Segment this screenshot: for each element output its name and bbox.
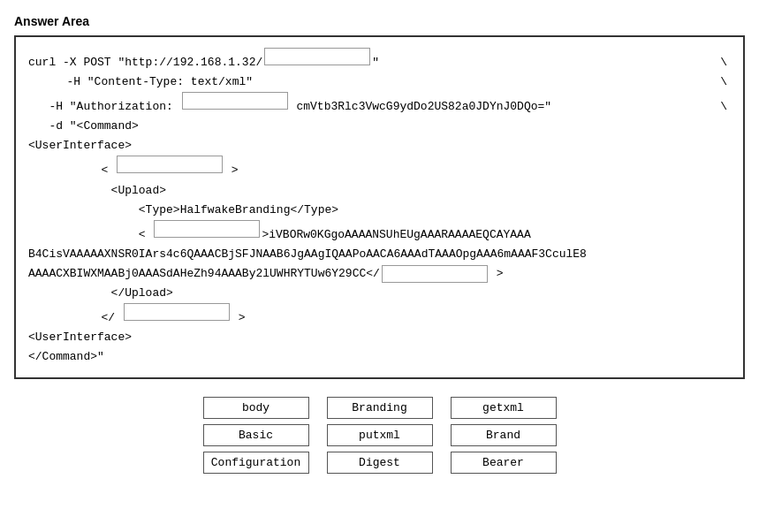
btn-basic[interactable]: Basic [203, 424, 309, 446]
code-line-7: <Upload> [28, 181, 731, 201]
code-line-6: < > [28, 156, 731, 180]
code-text: </ [28, 308, 122, 328]
btn-digest[interactable]: Digest [327, 452, 433, 474]
code-line-8: <Type>HalfwakeBranding</Type> [28, 201, 731, 220]
code-text: curl -X POST "http://192.168.1.32/ [28, 53, 262, 72]
btn-putxml[interactable]: putxml [327, 424, 433, 446]
code-text: <Type>HalfwakeBranding</Type> [28, 201, 338, 220]
button-row-1: body Branding getxml [203, 397, 557, 419]
code-line-5: <UserInterface> [28, 136, 731, 156]
code-line-11: AAAACXBIWXMAABj0AAASdAHeZh94AAABy2lUWHRY… [28, 264, 731, 284]
code-text: > [490, 264, 504, 284]
btn-brand[interactable]: Brand [451, 424, 557, 446]
code-text: >iVBORw0KGgoAAAANSUhEUgAAARAAAAEQCAYAAA [262, 225, 530, 245]
fill-box-2[interactable] [182, 92, 288, 110]
button-row-2: Basic putxml Brand [203, 424, 557, 446]
code-line-1: curl -X POST "http://192.168.1.32/ " \ [28, 48, 731, 72]
code-text: </Command>" [28, 347, 104, 367]
button-row-3: Configuration Digest Bearer [203, 452, 557, 474]
code-text: -H "Content-Type: text/xml" [28, 72, 253, 92]
fill-box-5[interactable] [382, 265, 488, 283]
fill-box-3[interactable] [117, 156, 223, 173]
backslash-3: \ [551, 97, 731, 117]
code-line-4: -d "<Command> [28, 117, 731, 136]
btn-bearer[interactable]: Bearer [451, 452, 557, 474]
code-line-14: <UserInterface> [28, 328, 731, 347]
btn-body[interactable]: body [203, 397, 309, 419]
answer-area-label: Answer Area [14, 14, 745, 28]
code-box: curl -X POST "http://192.168.1.32/ " \ -… [14, 35, 745, 379]
code-text: </Upload> [28, 284, 173, 303]
code-text: <UserInterface> [28, 136, 132, 156]
backslash-1: \ [379, 53, 731, 72]
code-text: <Upload> [28, 181, 166, 201]
fill-box-1[interactable] [264, 48, 370, 65]
code-line-10: B4CisVAAAAAXNSR0IArs4c6QAAACBjSFJNAAB6Jg… [28, 245, 731, 264]
code-text: <UserInterface> [28, 328, 132, 347]
fill-box-6[interactable] [124, 303, 230, 321]
backslash-2: \ [253, 72, 731, 92]
code-line-12: </Upload> [28, 284, 731, 303]
code-text: B4CisVAAAAAXNSR0IArs4c6QAAACBjSFJNAAB6Jg… [28, 245, 587, 264]
btn-branding[interactable]: Branding [327, 397, 433, 419]
code-text: > [231, 308, 246, 328]
btn-configuration[interactable]: Configuration [203, 452, 309, 474]
code-text: > [224, 161, 239, 180]
fill-box-4[interactable] [154, 220, 260, 238]
code-line-15: </Command>" [28, 347, 731, 367]
code-text: < [28, 225, 152, 245]
code-text: -d "<Command> [28, 117, 139, 136]
code-text: < [28, 161, 115, 180]
btn-getxml[interactable]: getxml [451, 397, 557, 419]
code-text: -H "Authorization: [28, 97, 180, 117]
code-line-9: < >iVBORw0KGgoAAAANSUhEUgAAARAAAAEQCAYAA… [28, 220, 731, 245]
code-line-3: -H "Authorization: cmVtb3Rlc3VwcG9ydDo2U… [28, 92, 731, 117]
code-line-13: </ > [28, 303, 731, 328]
code-text: cmVtb3Rlc3VwcG9ydDo2US82a0JDYnJ0DQo=" [290, 97, 551, 117]
code-text: " [372, 53, 379, 72]
buttons-area: body Branding getxml Basic putxml Brand … [14, 397, 745, 474]
code-line-2: -H "Content-Type: text/xml" \ [28, 72, 731, 92]
code-text: AAAACXBIWXMAABj0AAASdAHeZh94AAABy2lUWHRY… [28, 264, 380, 284]
